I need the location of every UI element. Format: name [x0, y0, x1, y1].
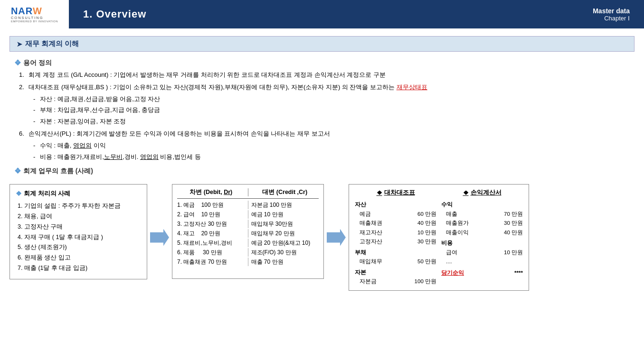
pl-section: ❖ 손익계산서 수익 매출 70 만원 매출원가 30 만원: [441, 188, 523, 286]
case-item-3: 고정자산 구매: [18, 222, 141, 231]
pl-label-ni: 당기순익: [441, 268, 464, 278]
debit-5: 5. 재료비,노무비,경비: [177, 239, 245, 247]
case-box-title: ❖ 회계 처리의 사례: [16, 189, 141, 198]
table-rows: 1. 예금 100 만원 자본금 100 만원 2. 급여 10 만원 예금 1…: [177, 201, 319, 266]
pl-sublist: 수익 : 매출, 영업외 이익 비용 : 매출원가,재료비,노무비,경비. 영업…: [33, 141, 635, 162]
case-item-4: 자재 구매 ( 1달 후 대금지급 ): [18, 233, 141, 242]
bs-row-ar: 매출채권 40 만원: [360, 219, 436, 228]
subsection-label-flow: 회계 업무의 흐름 (사례): [23, 167, 93, 176]
bs-label-ar: 매출채권: [360, 219, 382, 228]
header-right: Master data Chapter Ⅰ: [593, 0, 644, 28]
case-item-6: 완제품 생산 입고: [18, 253, 141, 262]
table-row-4: 4. 재고 20 만원 매입채무 20 만원: [177, 229, 319, 238]
pl-label-sales: 매출: [446, 210, 457, 219]
credit-5: 예금 20 만원(&재고 10): [251, 239, 319, 247]
arrow-1: [147, 229, 172, 246]
bs-content: 자산 예금 60 만원 매출채권 40 만원 재고자산 10 만원: [355, 200, 436, 286]
bs-label-inv: 재고자산: [360, 228, 382, 238]
bs-label-fa: 고정자산: [360, 237, 382, 247]
logo-wrapper: NARW CONSULTING EMPOWERED BY INNOVATION: [11, 6, 58, 23]
logo-highlight: W: [33, 6, 42, 16]
row-divider-2: [248, 210, 248, 219]
chapter-label: Chapter Ⅰ: [604, 15, 630, 22]
section-title: 재무 회계의 이해: [25, 39, 79, 48]
debit-2: 2. 급여 10 만원: [177, 210, 245, 219]
pl-diamond: ❖: [463, 189, 469, 196]
credit-label: 대변 (Credit ,Cr): [251, 188, 319, 196]
header: NARW CONSULTING EMPOWERED BY INNOVATION …: [0, 0, 644, 28]
pl-row-cogs: 매출원가 30 만원: [446, 219, 523, 228]
logo-tagline: EMPOWERED BY INNOVATION: [11, 20, 58, 23]
debit-7: 7. 매출채권 70 만원: [177, 258, 245, 266]
diamond-icon-1: ❖: [14, 58, 21, 67]
pl-title-text: 손익계산서: [471, 188, 502, 197]
pl-label-cogs: 매출원가: [446, 219, 469, 228]
term-item-3: 손익계산서(PL) : 회계기간에 발생한 모든 수익과 이에 대응하는 비용을…: [19, 129, 635, 162]
table-header: 차변 (Debit, Dr) 대변 (Credit ,Cr): [177, 188, 319, 199]
debit-6: 6. 제품 30 만원: [177, 248, 245, 257]
bs-val-cash: 60 만원: [417, 210, 436, 219]
bs-sub-2: 부채 : 차입금,채무,선수금,지급 어음, 충당금: [33, 105, 635, 115]
case-item-7: 매출 (1달 후 대금 입금): [18, 264, 141, 273]
bs-row-ap: 매입채무 50 만원: [360, 257, 436, 267]
bs-val-capital: 100 만원: [415, 277, 436, 287]
pl-row-salary: 급여 10 만원: [446, 248, 523, 258]
pl-cat-rev: 수익: [441, 200, 523, 209]
bs-row-capital: 자본금 100 만원: [360, 277, 436, 287]
row-divider-5: [248, 239, 248, 247]
bs-val-ap: 50 만원: [417, 257, 436, 267]
row-divider-1: [248, 201, 248, 209]
content-area: ➤ 재무 회계의 이해 ❖ 용어 정의 회계 계정 코드 (G/L Accoun…: [0, 28, 644, 302]
case-item-5: 생산 (제조원가): [18, 243, 141, 252]
bs-equity: 자본금 100 만원: [360, 277, 436, 287]
pl-underline-3: 영업외: [140, 153, 159, 160]
pl-sub-2: 비용 : 매출원가,재료비,노무비,경비. 영업외 비용,법인세 등: [33, 152, 635, 162]
bs-val-ar: 40 만원: [417, 219, 436, 228]
credit-6: 제조(F/O) 30 만원: [251, 248, 319, 257]
table-row-1: 1. 예금 100 만원 자본금 100 만원: [177, 201, 319, 209]
subsection-title-flow: ❖ 회계 업무의 흐름 (사례): [14, 166, 635, 176]
section-arrow-icon: ➤: [17, 40, 22, 48]
bs-cat-assets: 자산: [355, 200, 436, 209]
pl-val-gp: 40 만원: [504, 228, 523, 238]
logo-area: NARW CONSULTING EMPOWERED BY INNOVATION: [0, 0, 69, 28]
bs-diamond: ❖: [377, 189, 382, 196]
bs-row-inv: 재고자산 10 만원: [360, 228, 436, 238]
underline-bs: 재무상태표: [397, 83, 427, 91]
bs-val-inv: 10 만원: [417, 228, 436, 238]
table-row-7: 7. 매출채권 70 만원 매출 70 만원: [177, 258, 319, 266]
arrow-shape-1: [150, 229, 169, 246]
bs-row-cash: 예금 60 만원: [360, 210, 436, 219]
credit-7: 매출 70 만원: [251, 258, 319, 266]
term-item-2: 대차대조표 (재무상태표,BS ) : 기업이 소유하고 있는 자산(경제적 자…: [19, 83, 635, 127]
pl-row-ni: 당기순익 ****: [441, 268, 523, 278]
col-divider: [248, 188, 248, 196]
bs-label-ap: 매입채무: [360, 257, 382, 267]
pl-val-sales: 70 만원: [504, 210, 523, 219]
bs-title: ❖ 대차대조표: [355, 188, 436, 197]
master-label: Master data: [593, 7, 630, 15]
bs-row-fa: 고정자산 30 만원: [360, 237, 436, 247]
credit-2: 예금 10 만원: [251, 210, 319, 219]
credit-3: 매입채무 30만원: [251, 220, 319, 228]
case-box: ❖ 회계 처리의 사례 기업의 설립 : 주주가 투자한 자본금 채용, 급여 …: [9, 184, 147, 279]
row-divider-6: [248, 248, 248, 257]
pl-row-gp: 매출이익 40 만원: [446, 228, 523, 238]
debit-label: 차변 (Debit, Dr): [177, 188, 245, 196]
arrow-2: [324, 229, 349, 246]
term-item-1: 회계 계정 코드 (G/L Account) : 기업에서 발생하는 재무 거래…: [19, 70, 635, 80]
case-list: 기업의 설립 : 주주가 투자한 자본금 채용, 급여 고정자산 구매 자재 구…: [18, 202, 141, 272]
bs-section: ❖ 대차대조표 자산 예금 60 만원 매출채권 40 만원: [355, 188, 436, 286]
section-header: ➤ 재무 회계의 이해: [9, 36, 635, 52]
debit-credit-box: 차변 (Debit, Dr) 대변 (Credit ,Cr) 1. 예금 100…: [172, 184, 324, 279]
logo-consulting: CONSULTING: [11, 16, 44, 20]
debit-4: 4. 재고 20 만원: [177, 229, 245, 238]
case-diamond-icon: ❖: [16, 190, 22, 197]
pl-expenses: 급여 10 만원 ....: [446, 248, 523, 267]
row-divider-4: [248, 229, 248, 238]
table-row-6: 6. 제품 30 만원 제조(F/O) 30 만원: [177, 248, 319, 257]
pl-label-salary: 급여: [446, 248, 457, 258]
header-title: 1. Overview: [69, 0, 593, 28]
pl-cat-exp: 비용: [441, 238, 523, 248]
case-item-1: 기업의 설립 : 주주가 투자한 자본금: [18, 202, 141, 211]
